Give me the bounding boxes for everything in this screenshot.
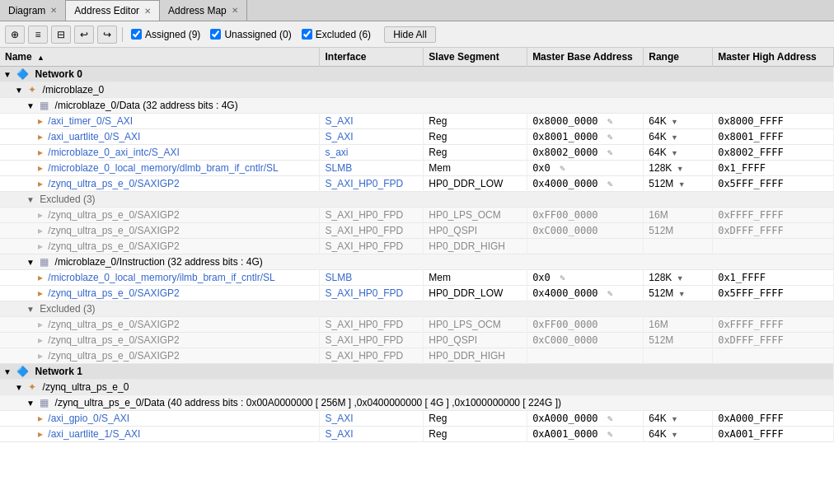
edit-icon[interactable]: ✎ (607, 147, 613, 158)
excluded-checkbox-label[interactable]: Excluded (6) (302, 29, 371, 40)
edit-icon[interactable]: ✎ (607, 288, 613, 299)
undo-button[interactable]: ↩ (74, 26, 94, 44)
chevron-icon: ▼ (3, 367, 12, 376)
table-row: ▼ ✦ /microblaze_0 (0, 82, 834, 98)
processor-label: /zynq_ultra_ps_e_0 (43, 381, 129, 393)
item-icon: ▸ (38, 131, 43, 142)
edit-icon[interactable]: ✎ (607, 429, 613, 440)
table-container: Name ▲ Interface Slave Segment Master Ba… (0, 48, 834, 504)
expand-all-button[interactable]: ⊟ (51, 26, 71, 44)
proc-icon: ✦ (28, 84, 36, 96)
chevron-icon: ▼ (26, 399, 35, 408)
edit-icon[interactable]: ✎ (560, 273, 565, 283)
col-range[interactable]: Range (644, 48, 713, 67)
interface-cell: SLMB (320, 161, 424, 176)
excl-item-icon: ▸ (38, 334, 43, 346)
excluded-checkbox[interactable] (302, 29, 312, 40)
interface-cell: S_AXI (320, 427, 424, 442)
base-cell: 0x0 ✎ (527, 270, 644, 286)
excl-base-cell (527, 239, 644, 254)
redo-button[interactable]: ↪ (97, 26, 117, 44)
base-cell: 0x0 ✎ (527, 161, 644, 176)
edit-icon[interactable]: ✎ (607, 116, 613, 127)
excl-item-icon: ▸ (38, 350, 43, 362)
excl-item-name: /zynq_ultra_ps_e_0/SAXIGP2 (48, 240, 179, 252)
auto-assign-button[interactable]: ⊕ (5, 26, 25, 44)
item-name: /zynq_ultra_ps_e_0/SAXIGP2 (48, 178, 179, 189)
range-dropdown-icon[interactable]: ▼ (678, 180, 686, 189)
tab-address-editor-close[interactable]: ✕ (144, 7, 151, 16)
seg-icon: ▦ (40, 256, 49, 268)
unassigned-label: Unassigned (0) (224, 29, 291, 40)
col-slave-segment[interactable]: Slave Segment (424, 48, 527, 67)
edit-icon[interactable]: ✎ (607, 179, 613, 189)
range-cell: 512M ▼ (644, 286, 713, 301)
edit-icon[interactable]: ✎ (607, 413, 613, 424)
high-cell: 0x8001_FFFF (713, 129, 834, 145)
edit-icon[interactable]: ✎ (560, 163, 565, 174)
tab-address-editor-label: Address Editor (74, 5, 139, 16)
assigned-checkbox-label[interactable]: Assigned (9) (131, 29, 200, 40)
range-dropdown-icon[interactable]: ▼ (677, 274, 684, 282)
edit-icon[interactable]: ✎ (607, 132, 613, 142)
slave-cell: Mem (424, 161, 527, 176)
chevron-icon: ▼ (26, 101, 35, 110)
table-row: ▸ /zynq_ultra_ps_e_0/SAXIGP2 S_AXI_HP0_F… (0, 239, 834, 254)
collapse-all-button[interactable]: ≡ (28, 26, 48, 44)
excl-slave-cell: HP0_DDR_HIGH (424, 348, 527, 364)
table-row: ▼ Excluded (3) (0, 301, 834, 317)
slave-cell: Reg (424, 427, 527, 442)
table-row: ▸ /zynq_ultra_ps_e_0/SAXIGP2 S_AXI_HP0_F… (0, 333, 834, 348)
tab-diagram[interactable]: Diagram ✕ (0, 0, 66, 21)
range-dropdown-icon[interactable]: ▼ (671, 415, 678, 423)
high-cell: 0xA001_FFFF (713, 427, 834, 442)
assigned-checkbox[interactable] (131, 29, 142, 40)
table-row: ▸ /zynq_ultra_ps_e_0/SAXIGP2 S_AXI_HP0_F… (0, 286, 834, 301)
table-row: ▼ ✦ /zynq_ultra_ps_e_0 (0, 380, 834, 395)
excl-high-cell: 0xDFFF_FFFF (713, 223, 834, 239)
range-dropdown-icon[interactable]: ▼ (677, 165, 684, 173)
tab-diagram-close[interactable]: ✕ (50, 6, 57, 15)
tab-address-map-close[interactable]: ✕ (232, 6, 238, 15)
item-icon: ▸ (38, 147, 43, 158)
excl-item-icon: ▸ (38, 209, 43, 221)
item-icon: ▸ (38, 162, 43, 174)
base-cell: 0x4000_0000 ✎ (527, 286, 644, 301)
range-dropdown-icon[interactable]: ▼ (678, 290, 686, 298)
tab-address-map[interactable]: Address Map ✕ (160, 0, 247, 21)
excl-interface-cell: S_AXI_HP0_FPD (320, 208, 424, 223)
hide-all-button[interactable]: Hide All (384, 26, 436, 43)
excl-item-name: /zynq_ultra_ps_e_0/SAXIGP2 (48, 350, 179, 362)
seg-icon: ▦ (40, 397, 49, 408)
table-row: ▼ ▦ /microblaze_0/Instruction (32 addres… (0, 254, 834, 270)
unassigned-checkbox[interactable] (210, 29, 221, 40)
high-cell: 0x8000_FFFF (713, 114, 834, 129)
unassigned-checkbox-label[interactable]: Unassigned (0) (210, 29, 291, 40)
col-interface[interactable]: Interface (320, 48, 424, 67)
table-row: ▸ /axi_gpio_0/S_AXI S_AXI Reg 0xA000_000… (0, 411, 834, 427)
table-row: ▸ /axi_timer_0/S_AXI S_AXI Reg 0x8000_00… (0, 114, 834, 129)
base-cell: 0x8002_0000 ✎ (527, 145, 644, 161)
table-row: ▸ /axi_uartlite_1/S_AXI S_AXI Reg 0xA001… (0, 427, 834, 442)
high-cell: 0x8002_FFFF (713, 145, 834, 161)
high-cell: 0xA000_FFFF (713, 411, 834, 427)
toolbar-sep1 (122, 27, 123, 42)
table-row: ▸ /zynq_ultra_ps_e_0/SAXIGP2 S_AXI_HP0_F… (0, 317, 834, 333)
tab-address-editor[interactable]: Address Editor ✕ (66, 0, 160, 21)
col-master-high[interactable]: Master High Address (713, 48, 834, 67)
slave-cell: Reg (424, 114, 527, 129)
range-dropdown-icon[interactable]: ▼ (671, 118, 678, 126)
interface-cell: SLMB (320, 270, 424, 286)
range-dropdown-icon[interactable]: ▼ (671, 133, 678, 142)
col-name[interactable]: Name ▲ (0, 48, 320, 67)
table-row: ▼ ▦ /microblaze_0/Data (32 address bits … (0, 98, 834, 114)
tab-diagram-label: Diagram (8, 5, 45, 16)
range-dropdown-icon[interactable]: ▼ (671, 149, 678, 157)
interface-cell: S_AXI_HP0_FPD (320, 176, 424, 192)
range-dropdown-icon[interactable]: ▼ (671, 431, 678, 439)
item-icon: ▸ (38, 115, 43, 127)
slave-cell: Reg (424, 411, 527, 427)
excl-interface-cell: S_AXI_HP0_FPD (320, 333, 424, 348)
col-master-base[interactable]: Master Base Address (527, 48, 644, 67)
excl-range-cell: 16M (644, 317, 713, 333)
